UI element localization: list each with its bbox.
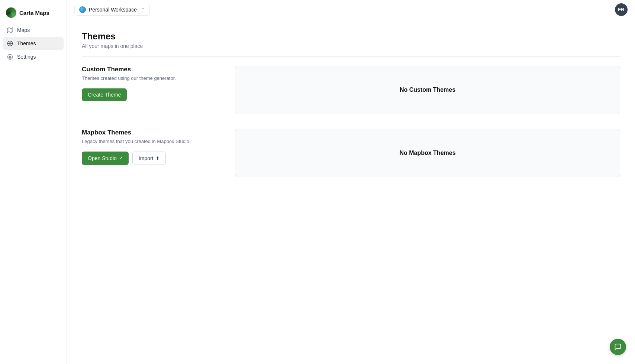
app-name: Carta Maps bbox=[19, 10, 49, 16]
create-theme-button[interactable]: Create Theme bbox=[82, 88, 127, 101]
mapbox-themes-panel: No Mapbox Themes bbox=[235, 129, 620, 177]
mapbox-themes-title: Mapbox Themes bbox=[82, 129, 223, 136]
logo-icon bbox=[6, 7, 16, 18]
map-icon bbox=[7, 27, 13, 33]
sidebar-item-maps[interactable]: Maps bbox=[3, 24, 64, 36]
workspace-icon bbox=[79, 6, 86, 13]
app-logo: Carta Maps bbox=[0, 4, 67, 24]
custom-themes-title: Custom Themes bbox=[82, 66, 223, 73]
sidebar-item-themes-label: Themes bbox=[17, 40, 36, 46]
custom-themes-desc: Themes created using our theme generator… bbox=[82, 75, 223, 81]
page-content: Themes All your maps in one place Custom… bbox=[67, 19, 635, 364]
svg-point-9 bbox=[9, 56, 11, 58]
custom-themes-panel: No Custom Themes bbox=[235, 66, 620, 114]
workspace-selector[interactable]: Personal Workspace ⌃ bbox=[74, 4, 150, 16]
settings-icon bbox=[7, 53, 13, 60]
open-studio-label: Open Studio bbox=[88, 155, 117, 161]
custom-themes-empty: No Custom Themes bbox=[400, 87, 455, 93]
import-label: Import bbox=[139, 155, 154, 161]
sidebar-item-settings-label: Settings bbox=[17, 54, 36, 60]
page-subtitle: All your maps in one place bbox=[82, 43, 620, 49]
mapbox-themes-empty: No Mapbox Themes bbox=[399, 150, 455, 156]
sidebar: Carta Maps Maps bbox=[0, 0, 67, 364]
chat-button[interactable] bbox=[610, 339, 626, 355]
create-theme-label: Create Theme bbox=[88, 92, 121, 98]
external-link-icon: ↗ bbox=[119, 156, 123, 161]
sidebar-item-settings[interactable]: Settings bbox=[3, 51, 64, 63]
user-avatar: FR bbox=[615, 3, 628, 16]
workspace-name: Personal Workspace bbox=[89, 7, 137, 13]
sidebar-item-themes[interactable]: Themes bbox=[3, 37, 64, 50]
chevron-down-icon: ⌃ bbox=[141, 7, 145, 12]
page-title: Themes bbox=[82, 31, 620, 42]
mapbox-themes-section: Mapbox Themes Legacy themes that you cre… bbox=[82, 129, 620, 177]
sidebar-item-maps-label: Maps bbox=[17, 27, 30, 33]
custom-themes-left: Custom Themes Themes created using our t… bbox=[82, 66, 223, 114]
sidebar-nav: Maps Themes Sett bbox=[0, 24, 67, 63]
mapbox-themes-desc: Legacy themes that you created in Mapbox… bbox=[82, 139, 223, 144]
topbar-right: FR bbox=[615, 3, 628, 16]
page-header: Themes All your maps in one place bbox=[82, 31, 620, 57]
custom-themes-section: Custom Themes Themes created using our t… bbox=[82, 66, 620, 114]
import-icon: ⬆ bbox=[156, 156, 159, 161]
mapbox-themes-left: Mapbox Themes Legacy themes that you cre… bbox=[82, 129, 223, 177]
themes-icon bbox=[7, 40, 13, 47]
topbar: Personal Workspace ⌃ FR bbox=[67, 0, 635, 19]
mapbox-buttons-row: Open Studio ↗ Import ⬆ bbox=[82, 152, 223, 165]
main-area: Personal Workspace ⌃ FR Themes All your … bbox=[67, 0, 635, 364]
open-studio-button[interactable]: Open Studio ↗ bbox=[82, 152, 129, 165]
svg-marker-0 bbox=[7, 27, 13, 32]
chat-icon bbox=[614, 343, 622, 351]
import-button[interactable]: Import ⬆ bbox=[132, 152, 166, 165]
